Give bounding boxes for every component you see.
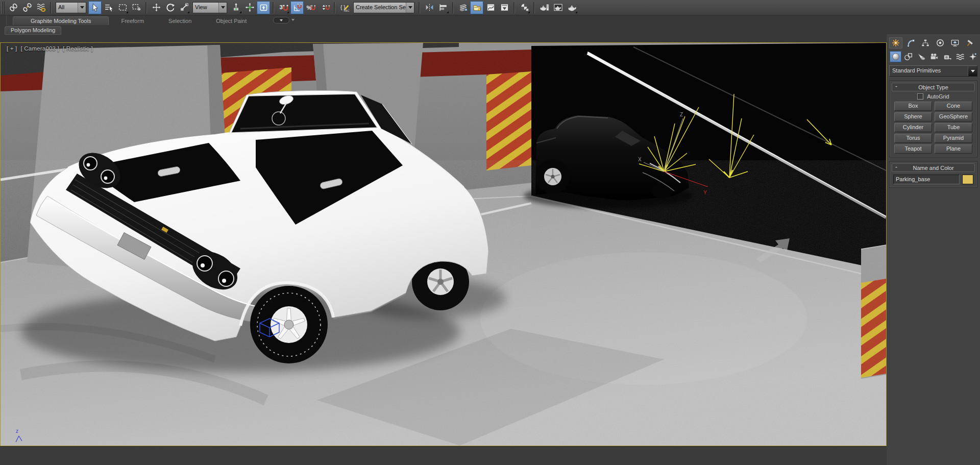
category-cameras-button[interactable] <box>928 51 940 62</box>
viewport-pov-menu[interactable]: [ Camera003 ] <box>21 45 59 52</box>
reference-coordinate-system-dropdown[interactable]: View <box>192 2 227 13</box>
viewport-shading-menu[interactable]: [ Realistic ] <box>63 45 93 52</box>
select-and-move-button[interactable] <box>150 1 163 14</box>
primitive-torus-button[interactable]: Torus <box>894 134 932 143</box>
rectangular-selection-region-button[interactable] <box>116 1 129 14</box>
object-type-rollout: - Object Type AutoGrid BoxConeSphereGeoS… <box>889 81 977 157</box>
collapse-icon[interactable]: - <box>895 83 897 90</box>
command-panel-tab-hierarchy[interactable] <box>919 37 932 48</box>
toolbar-separator <box>452 2 454 13</box>
bind-to-space-warp-button[interactable] <box>34 1 47 14</box>
name-and-color-rollout-header[interactable]: - Name and Color <box>892 163 975 172</box>
category-helpers-button[interactable] <box>941 51 953 62</box>
primitive-tube-button[interactable]: Tube <box>935 123 972 132</box>
autogrid-checkbox[interactable] <box>917 93 923 100</box>
render-production-button[interactable] <box>565 1 578 14</box>
keyboard-shortcut-override-toggle-button[interactable] <box>257 1 270 14</box>
category-systems-button[interactable] <box>967 51 979 62</box>
subcategory-dropdown-value: Standard Primitives <box>890 66 968 76</box>
primitive-cone-button[interactable]: Cone <box>935 102 972 111</box>
world-axis-z-label: z <box>16 428 18 434</box>
primitive-plane-button[interactable]: Plane <box>935 144 972 154</box>
create-tab-icon <box>891 38 900 47</box>
command-panel-tab-display[interactable] <box>948 37 962 48</box>
primitive-box-button[interactable]: Box <box>894 102 932 111</box>
toolbar-drag-handle[interactable] <box>2 2 5 14</box>
render-setup-button[interactable] <box>537 1 551 14</box>
panel-tab-polygon-modeling[interactable]: Polygon Modeling <box>5 26 61 35</box>
primitive-sphere-button[interactable]: Sphere <box>894 112 932 121</box>
ribbon-minimize-button[interactable] <box>273 17 289 23</box>
viewport-scene[interactable]: Z X Y <box>1 43 886 446</box>
viewport-general-menu[interactable]: [ + ] <box>7 45 17 52</box>
ribbon-tab-object-paint[interactable]: Object Paint <box>204 16 259 25</box>
material-editor-button[interactable] <box>518 1 531 14</box>
spinner-snap-toggle-button[interactable] <box>318 1 331 14</box>
select-object-button[interactable] <box>88 1 102 14</box>
window-crossing-toggle-button[interactable] <box>130 1 143 14</box>
unlink-selection-button[interactable] <box>20 1 34 14</box>
command-panel-tabs <box>887 34 980 50</box>
select-by-name-icon <box>104 3 114 12</box>
edit-named-selection-sets-button[interactable]: { }ABC <box>338 1 351 14</box>
toolbar-separator <box>513 2 515 13</box>
select-and-link-button[interactable] <box>7 1 20 14</box>
percent-snap-toggle-icon: % <box>306 3 316 12</box>
white-car-front-wheel <box>250 286 328 363</box>
category-geometry-button[interactable] <box>890 51 901 62</box>
gizmo-y-axis-label: Y <box>703 190 707 195</box>
select-and-rotate-button[interactable] <box>163 1 177 14</box>
reference-coordinate-system-value: View <box>193 3 218 13</box>
primitive-teapot-button[interactable]: Teapot <box>894 144 932 154</box>
command-panel-tab-motion[interactable] <box>934 37 947 48</box>
select-by-name-button[interactable] <box>102 1 115 14</box>
primitive-pyramid-button[interactable]: Pyramid <box>935 134 972 143</box>
object-color-swatch[interactable] <box>962 175 973 184</box>
ribbon-tab-graphite-modeling-tools[interactable]: Graphite Modeling Tools <box>13 16 109 25</box>
category-lights-button[interactable] <box>916 51 927 62</box>
object-name-field[interactable]: Parking_base <box>893 175 960 184</box>
space-warps-icon <box>955 52 965 61</box>
keyboard-shortcut-override-toggle-icon <box>259 3 268 12</box>
command-panel-tab-utilities[interactable] <box>963 37 976 48</box>
lights-icon <box>917 52 926 61</box>
helpers-icon <box>943 52 952 61</box>
command-panel-tab-create[interactable] <box>889 37 902 48</box>
ribbon-options-arrow-icon[interactable] <box>291 19 295 22</box>
subcategory-dropdown[interactable]: Standard Primitives <box>889 65 977 77</box>
primitive-geosphere-button[interactable]: GeoSphere <box>935 112 972 121</box>
ribbon-tab-freeform[interactable]: Freeform <box>109 16 156 25</box>
toolbar-separator <box>145 2 147 13</box>
schematic-view-button[interactable] <box>498 1 511 14</box>
selection-filter-arrow-icon[interactable] <box>78 3 86 13</box>
schematic-view-icon <box>500 3 509 12</box>
angle-snap-toggle-button[interactable] <box>290 1 304 14</box>
category-shapes-button[interactable] <box>902 51 914 62</box>
percent-snap-toggle-button[interactable]: % <box>304 1 317 14</box>
toggle-ribbon-button[interactable] <box>470 1 483 14</box>
select-and-scale-button[interactable] <box>177 1 190 14</box>
reference-coordinate-system-arrow-icon[interactable] <box>218 3 227 13</box>
hierarchy-tab-icon <box>921 38 930 47</box>
viewport-camera003[interactable]: [ + ][ Camera003 ][ Realistic ] <box>0 42 887 446</box>
dropdown-arrow-icon[interactable] <box>968 66 977 76</box>
select-and-manipulate-button[interactable] <box>243 1 256 14</box>
selection-filter-dropdown[interactable]: All <box>56 2 86 13</box>
mirror-button[interactable] <box>423 1 436 14</box>
ribbon-tab-selection[interactable]: Selection <box>156 16 204 25</box>
rendered-frame-window-button[interactable] <box>551 1 565 14</box>
use-pivot-point-center-button[interactable] <box>229 1 242 14</box>
named-selection-sets-dropdown[interactable]: Create Selection Se <box>353 2 414 13</box>
snaps-toggle-3d-icon: 3 <box>279 3 288 12</box>
layer-manager-button[interactable] <box>456 1 470 14</box>
command-panel-tab-modify[interactable] <box>904 37 917 48</box>
snaps-toggle-3d-button[interactable]: 3 <box>277 1 290 14</box>
named-selection-sets-arrow-icon[interactable] <box>406 3 414 13</box>
primitive-cylinder-button[interactable]: Cylinder <box>894 123 932 132</box>
curve-editor-button[interactable] <box>484 1 497 14</box>
category-space-warps-button[interactable] <box>954 51 966 62</box>
align-button[interactable] <box>436 1 450 14</box>
collapse-icon[interactable]: - <box>895 163 897 170</box>
object-type-rollout-header[interactable]: - Object Type <box>892 83 975 91</box>
select-and-move-icon <box>152 3 161 12</box>
